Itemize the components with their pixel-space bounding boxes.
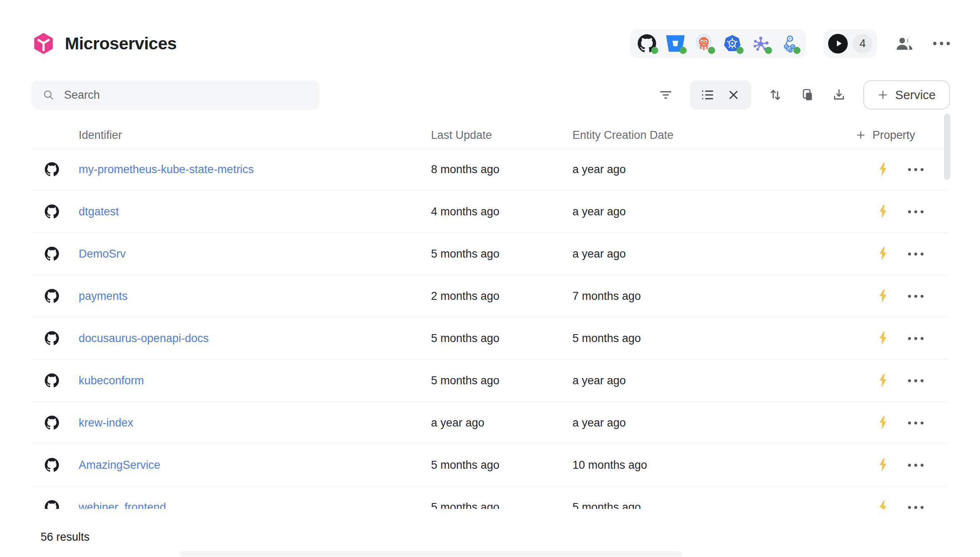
entity-creation-date-cell: a year ago bbox=[572, 416, 868, 429]
identifier-link[interactable]: kubeconform bbox=[79, 374, 431, 387]
github-icon bbox=[45, 500, 59, 509]
row-menu-button[interactable] bbox=[905, 165, 927, 174]
column-header-entity-creation-date[interactable]: Entity Creation Date bbox=[572, 129, 868, 142]
controls-row: Service bbox=[31, 80, 950, 110]
ellipsis-icon bbox=[908, 506, 924, 509]
entity-creation-date-cell: 10 months ago bbox=[572, 459, 868, 472]
vertical-scrollbar-thumb[interactable] bbox=[944, 114, 950, 180]
identifier-link[interactable]: payments bbox=[79, 290, 431, 303]
add-property-label: Property bbox=[872, 129, 915, 142]
table-row: payments 2 months ago 7 months ago bbox=[31, 275, 950, 317]
table-row: AmazingService 5 months ago 10 months ag… bbox=[31, 444, 950, 486]
list-view-button[interactable] bbox=[700, 87, 715, 102]
bitbucket-integration-icon[interactable] bbox=[666, 34, 685, 53]
github-icon bbox=[45, 416, 59, 430]
github-icon bbox=[45, 331, 59, 345]
runs-widget[interactable]: 4 bbox=[824, 29, 877, 58]
brand: Microservices bbox=[31, 31, 177, 56]
workflow-integration-icon[interactable] bbox=[780, 34, 798, 53]
table-row: webiner_frontend 5 months ago 5 months a… bbox=[31, 486, 950, 509]
ellipsis-icon bbox=[933, 42, 950, 45]
github-icon bbox=[45, 458, 59, 472]
last-update-cell: 2 months ago bbox=[431, 290, 572, 303]
more-menu-button[interactable] bbox=[933, 42, 950, 45]
row-menu-button[interactable] bbox=[905, 503, 927, 509]
scorecard-bolt-icon[interactable] bbox=[877, 246, 889, 261]
clear-view-button[interactable] bbox=[726, 87, 741, 102]
copy-button[interactable] bbox=[800, 87, 815, 102]
last-update-cell: 8 months ago bbox=[431, 163, 572, 176]
identifier-link[interactable]: webiner_frontend bbox=[79, 501, 431, 509]
identifier-link[interactable]: AmazingService bbox=[79, 459, 431, 472]
list-icon bbox=[700, 87, 715, 102]
plus-icon bbox=[856, 130, 866, 140]
identifier-link[interactable]: dtgatest bbox=[79, 205, 431, 218]
row-menu-button[interactable] bbox=[905, 207, 927, 217]
argocd-integration-icon[interactable] bbox=[695, 34, 713, 53]
row-menu-button[interactable] bbox=[905, 334, 927, 343]
identifier-link[interactable]: docusaurus-openapi-docs bbox=[79, 332, 431, 345]
scorecard-bolt-icon[interactable] bbox=[877, 162, 889, 177]
table-row: DemoSrv 5 months ago a year ago bbox=[31, 233, 950, 275]
scorecard-bolt-icon[interactable] bbox=[877, 415, 889, 430]
row-menu-button[interactable] bbox=[905, 376, 927, 386]
scorecard-bolt-icon[interactable] bbox=[877, 289, 889, 304]
add-service-button[interactable]: Service bbox=[863, 80, 950, 110]
last-update-cell: 5 months ago bbox=[431, 332, 572, 345]
filter-button[interactable] bbox=[658, 87, 673, 102]
last-update-cell: 5 months ago bbox=[431, 248, 572, 261]
search-input[interactable] bbox=[63, 88, 308, 102]
play-icon[interactable] bbox=[828, 34, 848, 54]
add-service-label: Service bbox=[895, 88, 936, 102]
ellipsis-icon bbox=[908, 337, 924, 340]
entity-creation-date-cell: a year ago bbox=[572, 248, 868, 261]
identifier-link[interactable]: krew-index bbox=[79, 416, 431, 429]
ellipsis-icon bbox=[908, 464, 924, 467]
github-icon bbox=[45, 247, 59, 261]
last-update-cell: 5 months ago bbox=[431, 501, 572, 509]
status-dot bbox=[708, 47, 715, 54]
github-icon bbox=[45, 289, 59, 303]
last-update-cell: 4 months ago bbox=[431, 205, 572, 218]
identifier-link[interactable]: my-prometheus-kube-state-metrics bbox=[79, 163, 431, 176]
scorecard-bolt-icon[interactable] bbox=[877, 500, 889, 509]
identifier-link[interactable]: DemoSrv bbox=[79, 248, 431, 261]
close-icon bbox=[726, 87, 741, 102]
github-icon bbox=[45, 162, 59, 176]
sort-button[interactable] bbox=[768, 87, 783, 102]
column-header-last-update[interactable]: Last Update bbox=[431, 129, 572, 142]
github-icon bbox=[45, 373, 59, 388]
search-icon bbox=[42, 89, 55, 101]
header-actions: 4 bbox=[630, 29, 950, 58]
entity-creation-date-cell: a year ago bbox=[572, 163, 868, 176]
filter-icon bbox=[658, 87, 673, 102]
integrations-group bbox=[630, 29, 806, 58]
scorecard-bolt-icon[interactable] bbox=[877, 457, 889, 473]
sort-arrows-icon bbox=[768, 87, 783, 102]
row-menu-button[interactable] bbox=[905, 460, 927, 470]
horizontal-scrollbar-thumb[interactable] bbox=[180, 551, 682, 557]
entity-creation-date-cell: a year ago bbox=[572, 374, 868, 387]
scorecard-bolt-icon[interactable] bbox=[877, 331, 889, 346]
users-icon bbox=[895, 35, 916, 52]
table-row: dtgatest 4 months ago a year ago bbox=[31, 191, 950, 233]
row-menu-button[interactable] bbox=[905, 249, 927, 259]
molecule-integration-icon[interactable] bbox=[752, 34, 770, 53]
export-button[interactable] bbox=[831, 87, 847, 102]
status-dot bbox=[793, 47, 800, 54]
column-header-identifier[interactable]: Identifier bbox=[79, 129, 431, 142]
row-menu-button[interactable] bbox=[905, 418, 927, 428]
scorecard-bolt-icon[interactable] bbox=[877, 204, 889, 219]
users-button[interactable] bbox=[895, 35, 916, 52]
ellipsis-icon bbox=[908, 422, 924, 424]
kubernetes-integration-icon[interactable] bbox=[723, 34, 741, 53]
add-property-button[interactable]: Property bbox=[856, 129, 921, 142]
search-box[interactable] bbox=[31, 80, 319, 110]
github-icon bbox=[45, 204, 59, 219]
table-row: my-prometheus-kube-state-metrics 8 month… bbox=[31, 148, 950, 191]
github-integration-icon[interactable] bbox=[638, 34, 656, 53]
last-update-cell: 5 months ago bbox=[431, 459, 572, 472]
row-menu-button[interactable] bbox=[905, 291, 927, 301]
last-update-cell: a year ago bbox=[431, 416, 572, 429]
scorecard-bolt-icon[interactable] bbox=[877, 373, 889, 388]
